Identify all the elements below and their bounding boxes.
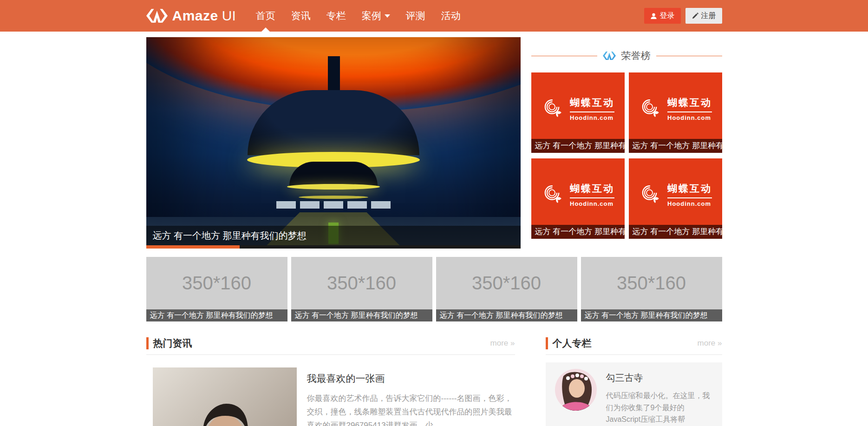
article-excerpt: 你最喜欢的艺术作品，告诉大家它们的------名图画，色彩，交织，撞色，线条雕塑… (307, 392, 515, 426)
personal-column-header: 个人专栏 more » (546, 337, 722, 350)
nav-item-reviews[interactable]: 评测 (398, 0, 433, 32)
hoodinn-logo: 蝴蝶互动 Hoodinn.com (541, 182, 614, 207)
honor-tile[interactable]: 蝴蝶互动 Hoodinn.com 远方 有一个地方 那里种有我... (629, 158, 722, 239)
hot-news-section: 热门资讯 more » (146, 337, 515, 426)
brand-suffix: UI (222, 8, 236, 24)
hero-image-lamp-light-farther (299, 196, 368, 199)
accent-bar (146, 337, 149, 349)
hero-image-distant-signs (276, 201, 391, 209)
honor-tile-caption: 远方 有一个地方 那里种有我... (629, 139, 722, 153)
honor-roll-sidebar: 荣誉榜 蝴蝶互 (531, 37, 722, 249)
hoodinn-brand-cn: 蝴蝶互动 (570, 182, 614, 198)
nav-item-label: 首页 (256, 9, 275, 22)
banner-caption: 远方 有一个地方 那里种有我们的梦想 (581, 309, 722, 321)
brand-name: Amaze (172, 8, 218, 24)
hero-carousel-slide[interactable]: 远方 有一个地方 那里种有我们的梦想 (146, 37, 521, 249)
nav-item-label: 活动 (441, 9, 461, 22)
banner-tile[interactable]: 350*160 远方 有一个地方 那里种有我们的梦想 (291, 257, 432, 321)
author-info: 勾三古寺 代码压缩和最小化。在这里，我们为你收集了9个最好的JavaScript… (606, 369, 713, 426)
auth-buttons: 登录 注册 (644, 8, 722, 24)
banner-row: 350*160 远方 有一个地方 那里种有我们的梦想 350*160 远方 有一… (146, 257, 722, 321)
banner-tile[interactable]: 350*160 远方 有一个地方 那里种有我们的梦想 (436, 257, 577, 321)
hot-news-header: 热门资讯 more » (146, 337, 515, 350)
honor-roll-title: 荣誉榜 (621, 49, 651, 62)
hoodinn-swirl-icon (639, 97, 663, 121)
honor-tile-caption: 远方 有一个地方 那里种有我... (531, 225, 625, 239)
honor-roll-grid: 蝴蝶互动 Hoodinn.com 远方 有一个地方 那里种有我... (531, 72, 722, 239)
nav-item-cases[interactable]: 案例 (354, 0, 398, 32)
active-indicator-caret (261, 27, 270, 32)
divider-line (531, 56, 597, 56)
honor-tile[interactable]: 蝴蝶互动 Hoodinn.com 远方 有一个地方 那里种有我... (531, 72, 625, 153)
article-photo[interactable] (153, 367, 297, 426)
hoodinn-logo: 蝴蝶互动 Hoodinn.com (541, 96, 614, 121)
carousel-progress-track[interactable] (146, 245, 521, 249)
personal-column-more-link[interactable]: more » (698, 339, 722, 348)
nav-item-label: 评测 (406, 9, 425, 22)
register-button[interactable]: 注册 (685, 8, 722, 24)
hero-image-lamp-light-far (287, 184, 380, 190)
banner-caption: 远方 有一个地方 那里种有我们的梦想 (146, 309, 287, 321)
banner-tile[interactable]: 350*160 远方 有一个地方 那里种有我们的梦想 (146, 257, 287, 321)
portrait-photo-illustration (153, 367, 297, 426)
amazeui-logo-icon (603, 51, 616, 60)
honor-roll-header: 荣誉榜 (531, 49, 722, 62)
nav-item-home[interactable]: 首页 (248, 0, 283, 32)
banner-tile[interactable]: 350*160 远方 有一个地方 那里种有我们的梦想 (581, 257, 722, 321)
top-navbar: Amaze UI 首页 资讯 专栏 案例 评测 活动 (0, 0, 868, 32)
hoodinn-brand-en: Hoodinn.com (667, 200, 712, 207)
hoodinn-brand-cn: 蝴蝶互动 (570, 96, 614, 112)
hoodinn-brand-en: Hoodinn.com (667, 114, 712, 121)
login-label: 登录 (660, 11, 675, 21)
nav-item-label: 案例 (362, 9, 381, 22)
hoodinn-swirl-icon (639, 183, 663, 207)
hoodinn-brand-en: Hoodinn.com (570, 114, 614, 121)
nav-item-news[interactable]: 资讯 (283, 0, 319, 32)
article-title[interactable]: 我最喜欢的一张画 (307, 372, 515, 385)
hero-image-lamp-dome-far (289, 162, 378, 186)
author-name[interactable]: 勾三古寺 (606, 372, 713, 384)
honor-tile[interactable]: 蝴蝶互动 Hoodinn.com 远方 有一个地方 那里种有我... (531, 158, 625, 239)
register-label: 注册 (701, 11, 716, 21)
carousel-caption[interactable]: 远方 有一个地方 那里种有我们的梦想 (146, 226, 521, 245)
author-bio: 代码压缩和最小化。在这里，我们为你收集了9个最好的JavaScript压缩工具将… (606, 390, 713, 426)
main-content: 远方 有一个地方 那里种有我们的梦想 荣誉榜 (146, 37, 722, 426)
news-article: 我最喜欢的一张画 你最喜欢的艺术作品，告诉大家它们的------名图画，色彩，交… (146, 367, 515, 426)
carousel-progress-fill (146, 245, 240, 249)
personal-column-section: 个人专栏 more » (546, 337, 722, 426)
honor-tile-caption: 远方 有一个地方 那里种有我... (629, 225, 722, 239)
main-nav: 首页 资讯 专栏 案例 评测 活动 (248, 0, 469, 32)
personal-column-title: 个人专栏 (553, 337, 592, 350)
accent-bar (546, 337, 548, 349)
nav-item-label: 资讯 (291, 9, 311, 22)
author-card: 勾三古寺 代码压缩和最小化。在这里，我们为你收集了9个最好的JavaScript… (546, 362, 722, 426)
pencil-icon (692, 13, 698, 20)
amazeui-logo-icon (146, 8, 168, 24)
hoodinn-brand-en: Hoodinn.com (570, 200, 614, 207)
avatar[interactable] (555, 369, 597, 411)
nav-item-label: 专栏 (326, 9, 346, 22)
brand-logo[interactable]: Amaze UI (146, 8, 236, 24)
banner-caption: 远方 有一个地方 那里种有我们的梦想 (291, 309, 432, 321)
section-divider (546, 354, 722, 355)
divider-line (656, 56, 722, 56)
hot-news-title: 热门资讯 (153, 337, 192, 350)
hoodinn-brand-cn: 蝴蝶互动 (667, 182, 712, 198)
banner-caption: 远方 有一个地方 那里种有我们的梦想 (436, 309, 577, 321)
chevron-down-icon (385, 14, 390, 18)
section-divider (146, 354, 515, 355)
article-body: 我最喜欢的一张画 你最喜欢的艺术作品，告诉大家它们的------名图画，色彩，交… (307, 367, 515, 426)
hoodinn-brand-cn: 蝴蝶互动 (667, 96, 712, 112)
nav-item-events[interactable]: 活动 (433, 0, 469, 32)
hot-news-more-link[interactable]: more » (490, 339, 515, 348)
hoodinn-swirl-icon (541, 97, 565, 121)
avatar-illustration (555, 369, 597, 411)
hoodinn-logo: 蝴蝶互动 Hoodinn.com (639, 96, 712, 121)
user-icon (650, 13, 657, 20)
nav-item-columns[interactable]: 专栏 (319, 0, 354, 32)
hoodinn-logo: 蝴蝶互动 Hoodinn.com (639, 182, 712, 207)
hoodinn-swirl-icon (541, 183, 565, 207)
honor-tile-caption: 远方 有一个地方 那里种有我... (531, 139, 625, 153)
login-button[interactable]: 登录 (644, 8, 681, 24)
honor-tile[interactable]: 蝴蝶互动 Hoodinn.com 远方 有一个地方 那里种有我... (629, 72, 722, 153)
